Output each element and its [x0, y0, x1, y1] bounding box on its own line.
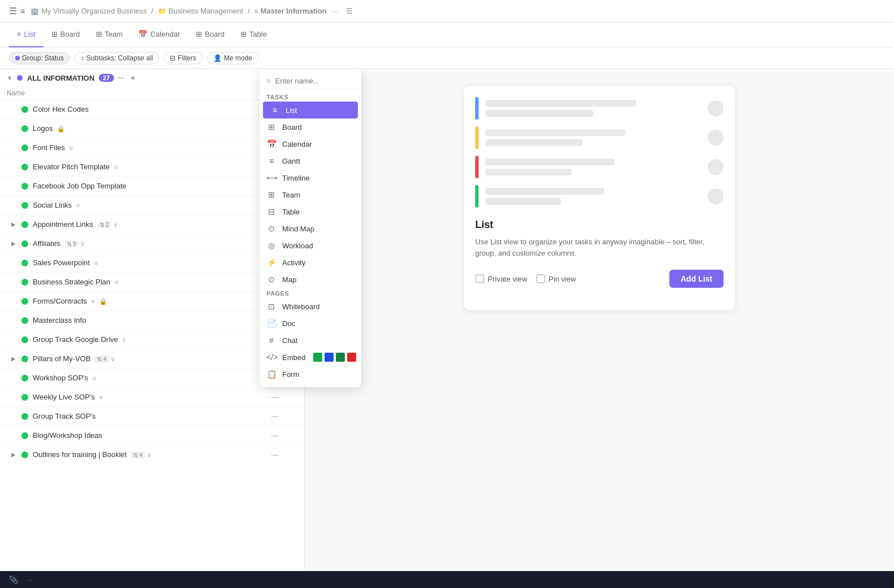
pin-view-checkbox[interactable] — [536, 274, 545, 283]
task-item[interactable]: Group Track SOP's — — [0, 407, 304, 426]
breadcrumb-space[interactable]: 📁 Business Management — [158, 7, 243, 15]
task-item[interactable]: Social Links ≡ — — [0, 196, 304, 215]
lines-icon: ≡ — [91, 298, 95, 305]
dropdown-item-mindmap[interactable]: ⊙ Mind Map — [260, 220, 361, 237]
sidebar-collapse-icon[interactable]: ≡ — [20, 7, 25, 16]
task-item[interactable]: Sales Powerpoint ≡ — — [0, 253, 304, 273]
task-status-dot — [21, 432, 28, 439]
task-expand-icon[interactable]: ▶ — [11, 240, 19, 247]
dropdown-item-gantt[interactable]: ≡ Gantt — [260, 152, 361, 169]
task-item[interactable]: Masterclass Info — — [0, 311, 304, 330]
tab-team-label: Team — [105, 30, 123, 38]
bottom-icon-2[interactable]: ··· — [27, 576, 33, 584]
lines-icon: ≡ — [122, 336, 126, 343]
task-item[interactable]: Business Strategic Plan ≡ — — [0, 273, 304, 292]
group-more-icon[interactable]: ··· — [119, 74, 124, 82]
subtasks-chip[interactable]: ↕ Subtasks: Collapse all — [74, 52, 159, 64]
activity-icon: ⚡ — [266, 258, 277, 267]
tab-team[interactable]: ⊞ Team — [88, 23, 131, 47]
preview-visual — [475, 97, 724, 208]
group-status-chip[interactable]: Group: Status — [9, 52, 70, 64]
tab-list-label: List — [24, 30, 36, 38]
task-item[interactable]: Facebook Job Opp Template — — [0, 177, 304, 196]
task-item[interactable]: Forms/Contracts ≡ 🔒 — — [0, 292, 304, 311]
preview-line — [485, 159, 615, 165]
dropdown-search-input[interactable] — [275, 77, 354, 85]
task-expand-icon[interactable]: ▶ — [11, 221, 19, 227]
private-view-checkbox[interactable] — [475, 274, 484, 283]
task-item[interactable]: Logos 🔒 — — [0, 119, 304, 138]
task-item[interactable]: Group Track Google Drive ≡ — — [0, 330, 304, 349]
bottom-icon-1[interactable]: 📎 — [9, 576, 18, 584]
list-preview-card: List Use List view to organize your task… — [464, 86, 735, 310]
tab-table[interactable]: ⊞ Table — [233, 23, 275, 47]
dropdown-item-board[interactable]: ⊞ Board — [260, 119, 361, 135]
dropdown-item-list[interactable]: ≡ List — [263, 102, 358, 119]
whiteboard-icon: ⊡ — [266, 302, 277, 311]
task-item[interactable]: ▶ Pillars of My-VOB ⇅ 4 ∨ — — [0, 349, 304, 368]
workload-icon: ◎ — [266, 241, 277, 250]
dropdown-item-workload[interactable]: ◎ Workload — [260, 237, 361, 254]
team-tab-icon: ⊞ — [96, 30, 102, 38]
add-list-button[interactable]: Add List — [669, 270, 724, 288]
dropdown-item-whiteboard[interactable]: ⊡ Whiteboard — [260, 298, 361, 315]
dropdown-item-chat[interactable]: # Chat — [260, 332, 361, 349]
list-tab-icon: ≡ — [17, 30, 21, 38]
dropdown-item-embed[interactable]: </> Embed — [260, 349, 361, 366]
filters-btn[interactable]: ⊟ Filters — [164, 52, 203, 64]
column-headers: Name Website — [0, 87, 304, 100]
breadcrumb-current[interactable]: ≡ Master Information — [255, 7, 327, 15]
task-item[interactable]: Color Hex Codes — — [0, 100, 304, 119]
task-item[interactable]: ▶ Outlines for training | Booklet ⇅ 4 ∨ … — [0, 445, 304, 464]
tab-board[interactable]: ⊞ Board — [43, 23, 88, 47]
task-item[interactable]: Font Files ≡ — — [0, 138, 304, 157]
task-item[interactable]: ▶ Appointment Links ⇅ 2 ∨ — — [0, 215, 304, 234]
dropdown-item-doc[interactable]: 📄 Doc — [260, 315, 361, 332]
preview-panel: List Use List view to organize your task… — [305, 69, 894, 571]
task-item[interactable]: Workshop SOP's ≡ — — [0, 368, 304, 388]
task-item[interactable]: ▶ Affiliates ⇅ 9 ∨ — — [0, 234, 304, 253]
me-mode-btn[interactable]: 👤 Me mode — [207, 52, 258, 64]
dropdown-item-calendar[interactable]: 📅 Calendar — [260, 135, 361, 152]
group-header[interactable]: ▼ ALL INFORMATION 27 ··· + — [0, 69, 304, 87]
preview-bar-green — [475, 185, 479, 208]
dropdown-item-table[interactable]: ⊟ Table — [260, 203, 361, 220]
tab-board-label: Board — [60, 30, 80, 38]
tab-list[interactable]: ≡ List — [9, 23, 43, 47]
me-mode-label: Me mode — [224, 54, 252, 62]
breadcrumb-workspace[interactable]: 🏢 My Virtually Organized Business — [30, 7, 147, 15]
pin-view-option[interactable]: Pin view — [536, 274, 576, 283]
group-toggle-icon[interactable]: ▼ — [7, 75, 12, 81]
tab-calendar[interactable]: 📅 Calendar — [130, 23, 188, 47]
tab-board2[interactable]: ⊞ Board — [188, 23, 233, 47]
task-status-dot — [21, 202, 28, 209]
preview-bar-yellow — [475, 126, 479, 149]
dropdown-item-activity[interactable]: ⚡ Activity — [260, 254, 361, 271]
hamburger-icon[interactable]: ☰ — [9, 6, 17, 16]
dropdown-item-timeline[interactable]: ⟷ Timeline — [260, 169, 361, 186]
tab-calendar-label: Calendar — [150, 30, 180, 38]
col-name-header: Name — [7, 89, 252, 97]
map-icon: ⊙ — [266, 275, 277, 284]
doc-icon: 📄 — [266, 319, 277, 328]
dropdown-item-map[interactable]: ⊙ Map — [260, 271, 361, 288]
breadcrumb-menu-icon[interactable]: ☰ — [346, 7, 353, 15]
task-item[interactable]: Blog/Workshop Ideas — — [0, 426, 304, 445]
tasks-section-label: TASKS — [260, 91, 361, 102]
dropdown-item-team[interactable]: ⊞ Team — [260, 186, 361, 203]
task-status-dot — [21, 260, 28, 266]
dropdown-item-form[interactable]: 📋 Form — [260, 366, 361, 383]
task-item[interactable]: Weekly Live SOP's ≡ — — [0, 388, 304, 407]
breadcrumb-more-icon[interactable]: ··· — [332, 7, 339, 15]
google-sheets-icon — [313, 353, 322, 362]
private-view-option[interactable]: Private view — [475, 274, 527, 283]
lines-icon: ≡ — [99, 394, 103, 401]
group-add-icon[interactable]: + — [131, 73, 135, 82]
timeline-icon: ⟷ — [266, 173, 277, 182]
task-expand-icon[interactable]: ▶ — [11, 356, 19, 362]
task-expand-icon[interactable]: ▶ — [11, 451, 19, 458]
task-item[interactable]: Elevator Pitch Template ≡ — — [0, 157, 304, 177]
task-status-dot — [21, 125, 28, 132]
preview-line — [485, 129, 625, 136]
pin-view-label: Pin view — [549, 275, 576, 283]
